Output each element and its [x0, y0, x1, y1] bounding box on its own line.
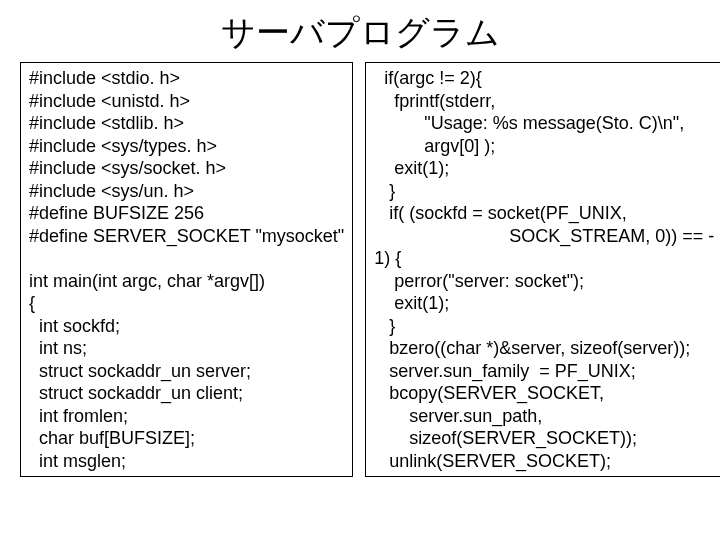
code-left-box: #include <stdio. h> #include <unistd. h>…: [20, 62, 353, 477]
slide-title: サーバプログラム: [20, 10, 700, 56]
slide: サーバプログラム #include <stdio. h> #include <u…: [0, 0, 720, 540]
code-right-box: if(argc != 2){ fprintf(stderr, "Usage: %…: [365, 62, 720, 477]
code-columns: #include <stdio. h> #include <unistd. h>…: [20, 62, 700, 477]
